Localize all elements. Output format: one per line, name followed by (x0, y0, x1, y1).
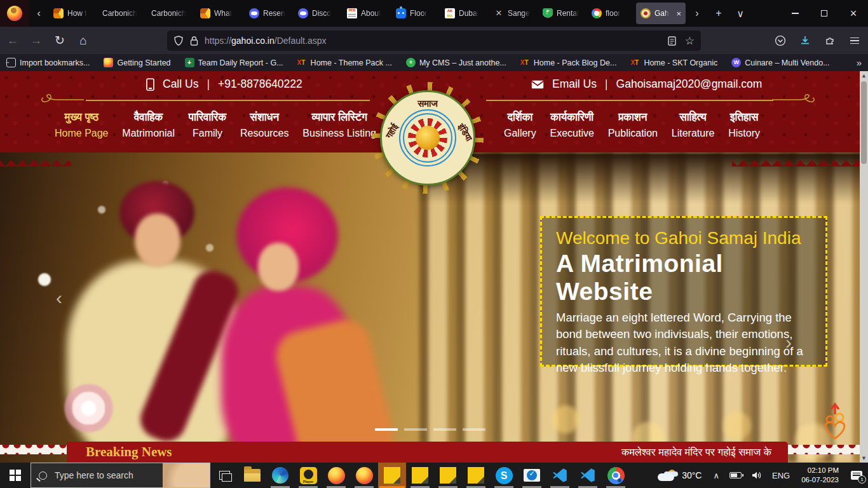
nav-matrimonial[interactable]: वैवाहिकMatrimonial (122, 109, 175, 142)
page-scrollbar[interactable]: ▲ ▼ (860, 71, 868, 463)
tab-rental[interactable]: Rental (538, 3, 586, 24)
phone-number[interactable]: +91-8878640222 (218, 78, 302, 91)
media-player-button[interactable] (294, 463, 322, 488)
back-button[interactable]: ← (2, 30, 24, 51)
sticky-notes-button-active[interactable] (378, 463, 406, 488)
sticky-notes-button-2[interactable] (406, 463, 434, 488)
tab-carbonich-2[interactable]: Carbonich (147, 3, 194, 24)
scroll-to-top-icon[interactable] (820, 402, 850, 442)
slide-dot-2[interactable] (404, 428, 427, 431)
menu-hamburger-icon[interactable] (845, 31, 864, 50)
monitor-check-button[interactable] (518, 463, 546, 488)
breaking-news-ticker[interactable]: कमलेश्वर महादेव मंदिर पर गहोई समाज के (621, 446, 771, 458)
nav-business-listing[interactable]: व्यापार लिस्टिंगBusiness Listing (302, 109, 376, 142)
scrollbar-thumb[interactable] (861, 81, 867, 164)
tab-scroll-right-button[interactable]: › (686, 3, 708, 24)
tab-gahoi-active[interactable]: Gah× (636, 3, 686, 24)
x-icon: ✕ (494, 8, 504, 18)
bookmark-star-icon[interactable]: ☆ (685, 34, 695, 48)
slide-dot-3[interactable] (433, 428, 456, 431)
sticky-notes-button-3[interactable] (434, 463, 462, 488)
tab-how[interactable]: How t (49, 3, 97, 24)
maximize-button[interactable] (810, 0, 839, 27)
tab-close-icon[interactable]: × (676, 9, 681, 18)
search-doodle-image[interactable] (163, 463, 210, 487)
url-bar[interactable]: https://gahoi.co.in/Default.aspx ☆ (167, 30, 701, 51)
sticky-notes-button-4[interactable] (462, 463, 490, 488)
nav-executive[interactable]: कार्यकारिणीExecutive (550, 109, 594, 142)
tab-scroll-left-button[interactable]: ‹ (29, 0, 48, 27)
language-indicator[interactable]: ENG (767, 471, 795, 480)
nav-gallery[interactable]: दर्शिकाGallery (504, 109, 536, 142)
pocket-icon[interactable] (771, 31, 790, 50)
tab-disco[interactable]: Disco (294, 3, 341, 24)
call-label[interactable]: Call Us (163, 78, 198, 91)
battery-icon[interactable] (724, 472, 747, 478)
reader-mode-icon[interactable] (668, 36, 676, 46)
bookmarks-overflow-chevron[interactable]: » (857, 57, 862, 68)
bookmark-my-cms[interactable]: My CMS – Just anothe... (406, 58, 506, 67)
chrome-button[interactable] (602, 463, 630, 488)
slide-dot-4[interactable] (463, 428, 485, 431)
start-button[interactable] (0, 463, 31, 488)
site-logo[interactable]: समाज गहोई इंडिया (380, 90, 475, 186)
hidden-icons-chevron[interactable]: ∧ (708, 471, 724, 480)
tab-floor-google[interactable]: floor (587, 3, 635, 24)
nav-resources[interactable]: संशाधनResources (240, 109, 288, 142)
nav-home[interactable]: मुख्य पृष्ठHome Page (55, 109, 109, 142)
close-button[interactable]: × (839, 0, 868, 27)
tab-dubai[interactable]: AKRADubai (440, 3, 488, 24)
tab-carbonich-1[interactable]: Carbonich (98, 3, 146, 24)
slide-dot-1[interactable] (375, 428, 398, 431)
file-explorer-button[interactable] (238, 463, 266, 488)
email-label[interactable]: Email Us (552, 78, 597, 91)
firefox-view-button[interactable] (0, 0, 29, 27)
tab-floor-bot[interactable]: Floor (391, 3, 439, 24)
firefox-button-2[interactable] (350, 463, 378, 488)
slider-next-arrow[interactable]: › (785, 332, 792, 353)
tab-what[interactable]: What (196, 3, 243, 24)
weather-widget[interactable]: 30°C (651, 470, 708, 481)
bookmark-team-daily-report[interactable]: Team Daily Report - G... (185, 58, 283, 67)
email-address[interactable]: Gahoisamaj2020@gmail.com (616, 78, 763, 91)
vscode-button-2[interactable] (574, 463, 602, 488)
vscode-button-1[interactable] (546, 463, 574, 488)
forward-button[interactable]: → (25, 30, 47, 51)
task-view-button[interactable] (210, 463, 238, 488)
shield-icon[interactable] (173, 36, 184, 46)
skype-button[interactable]: S (490, 463, 518, 488)
edge-button[interactable] (266, 463, 294, 488)
tab-sange[interactable]: ✕Sange (489, 3, 537, 24)
nav-literature[interactable]: साहित्यLiterature (672, 109, 715, 142)
bookmark-skt-organic[interactable]: XTHome - SKT Organic (630, 58, 717, 67)
bookmark-theme-pack[interactable]: XTHome - Theme Pack ... (297, 58, 392, 67)
tab-resen[interactable]: Resen (245, 3, 292, 24)
tab-about[interactable]: REDAbout (342, 3, 390, 24)
new-tab-button[interactable]: + (708, 3, 729, 24)
lock-icon[interactable] (190, 36, 198, 46)
scrollbar-up-arrow[interactable]: ▲ (860, 71, 868, 80)
bookmark-getting-started[interactable]: Getting Started (104, 58, 170, 67)
xt-icon: XT (297, 58, 307, 67)
clock[interactable]: 02:10 PM 06-07-2023 (795, 466, 845, 485)
slider-prev-arrow[interactable]: ‹ (56, 287, 62, 309)
bookmark-cuinare[interactable]: WCuinare – Multi Vendo... (731, 58, 829, 67)
nav-family[interactable]: पारिवारिकFamily (189, 109, 226, 142)
nav-publication[interactable]: प्रकाशनPublication (608, 109, 658, 142)
list-all-tabs-button[interactable]: ∨ (729, 3, 751, 24)
extensions-puzzle-icon[interactable] (820, 31, 839, 50)
minimize-button[interactable] (780, 0, 810, 27)
action-center-button[interactable]: 1 (845, 463, 868, 488)
taskbar-search-box[interactable]: Type here to search (31, 463, 210, 488)
reload-button[interactable]: ↻ (49, 30, 71, 51)
downloads-icon[interactable] (796, 31, 815, 50)
firefox-button-1[interactable] (322, 463, 350, 488)
bookmark-pack-blog[interactable]: XTHome - Pack Blog De... (520, 58, 617, 67)
volume-icon[interactable] (747, 471, 767, 480)
maximize-icon (821, 10, 827, 17)
home-button[interactable]: ⌂ (72, 30, 94, 51)
scrollbar-down-arrow[interactable]: ▼ (860, 454, 868, 463)
nav-history[interactable]: इतिहासHistory (728, 109, 760, 142)
weather-temp: 30°C (682, 470, 702, 480)
bookmark-import[interactable]: Import bookmarks... (6, 58, 90, 67)
